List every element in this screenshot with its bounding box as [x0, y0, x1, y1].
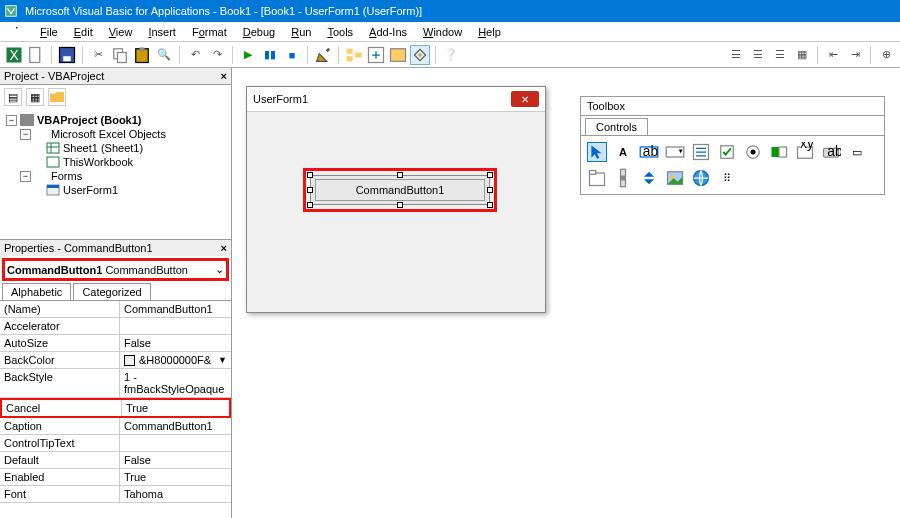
property-row[interactable]: BackColor&H8000000F&▼ [0, 352, 231, 369]
align-center-icon[interactable]: ☰ [748, 45, 768, 65]
menu-tools[interactable]: Tools [319, 23, 361, 41]
system-menu-icon[interactable] [8, 24, 26, 40]
property-row[interactable]: Accelerator [0, 318, 231, 335]
run-icon[interactable]: ▶ [238, 45, 258, 65]
menu-addins[interactable]: Add-Ins [361, 23, 415, 41]
resize-handle[interactable] [487, 172, 493, 178]
view-object-icon[interactable]: ▦ [26, 88, 44, 106]
listbox-tool-icon[interactable] [691, 142, 711, 162]
toolbox-header[interactable]: Toolbox [581, 97, 884, 116]
menu-view[interactable]: View [101, 23, 141, 41]
collapse-icon[interactable]: − [6, 115, 17, 126]
group-icon[interactable]: ▦ [792, 45, 812, 65]
property-row[interactable]: ControlTipText [0, 435, 231, 452]
align-right-icon[interactable]: ☰ [770, 45, 790, 65]
command-button-control[interactable]: CommandButton1 [310, 175, 490, 205]
object-browser-icon[interactable] [388, 45, 408, 65]
pointer-tool-icon[interactable] [587, 142, 607, 162]
redo-icon[interactable]: ↷ [207, 45, 227, 65]
outdent-icon[interactable]: ⇥ [845, 45, 865, 65]
project-toolbar: ▤ ▦ [0, 85, 231, 109]
optionbutton-tool-icon[interactable] [743, 142, 763, 162]
view-excel-icon[interactable]: X [4, 45, 24, 65]
copy-icon[interactable] [110, 45, 130, 65]
form-body[interactable]: CommandButton1 [247, 112, 545, 312]
object-selector[interactable]: CommandButton1 CommandButton ⌄ [2, 258, 229, 281]
undo-icon[interactable]: ↶ [185, 45, 205, 65]
menu-debug[interactable]: Debug [235, 23, 283, 41]
project-close-icon[interactable]: × [221, 70, 227, 82]
menu-run[interactable]: Run [283, 23, 319, 41]
menu-help[interactable]: Help [470, 23, 509, 41]
label-tool-icon[interactable]: A [613, 142, 633, 162]
resize-handle[interactable] [487, 187, 493, 193]
property-row[interactable]: AutoSizeFalse [0, 335, 231, 352]
property-row[interactable]: FontTahoma [0, 486, 231, 503]
form-close-icon[interactable]: ✕ [511, 91, 539, 107]
resize-handle[interactable] [307, 202, 313, 208]
togglebutton-tool-icon[interactable] [769, 142, 789, 162]
menu-window[interactable]: Window [415, 23, 470, 41]
project-tree[interactable]: − VBAProject (Book1) − Microsoft Excel O… [0, 109, 231, 239]
break-icon[interactable]: ▮▮ [260, 45, 280, 65]
textbox-tool-icon[interactable]: ab [639, 142, 659, 162]
userform-designer[interactable]: UserForm1 ✕ CommandButton1 [246, 86, 546, 313]
resize-handle[interactable] [307, 172, 313, 178]
toolbox-tab-controls[interactable]: Controls [585, 118, 648, 135]
reset-icon[interactable]: ■ [282, 45, 302, 65]
zoom-icon[interactable]: ⊕ [876, 45, 896, 65]
combobox-tool-icon[interactable] [665, 142, 685, 162]
properties-window-icon[interactable] [366, 45, 386, 65]
align-left-icon[interactable]: ☰ [726, 45, 746, 65]
checkbox-tool-icon[interactable] [717, 142, 737, 162]
property-grid[interactable]: (Name)CommandButton1AcceleratorAutoSizeF… [0, 301, 231, 518]
folder-toggle-icon[interactable] [48, 88, 66, 106]
resize-handle[interactable] [307, 187, 313, 193]
commandbutton-tool-icon[interactable]: ab [821, 142, 841, 162]
paste-icon[interactable] [132, 45, 152, 65]
resize-handle[interactable] [397, 202, 403, 208]
menu-edit[interactable]: Edit [66, 23, 101, 41]
more-tools-icon[interactable]: ⠿ [717, 168, 737, 188]
indent-icon[interactable]: ⇤ [823, 45, 843, 65]
design-mode-icon[interactable] [313, 45, 333, 65]
collapse-icon[interactable]: − [20, 171, 31, 182]
cut-icon[interactable]: ✂ [88, 45, 108, 65]
menu-insert[interactable]: Insert [140, 23, 184, 41]
tabstrip-tool-icon[interactable]: ▭ [847, 142, 867, 162]
image-tool-icon[interactable] [665, 168, 685, 188]
toolbox-window[interactable]: Toolbox Controls A ab xy ab ▭ ⠿ [580, 96, 885, 195]
save-icon[interactable] [57, 45, 77, 65]
dropdown-icon[interactable]: ⌄ [215, 263, 224, 276]
property-row[interactable]: EnabledTrue [0, 469, 231, 486]
resize-handle[interactable] [397, 172, 403, 178]
help-icon[interactable]: ❔ [441, 45, 461, 65]
spinbutton-tool-icon[interactable] [639, 168, 659, 188]
multipage-tool-icon[interactable] [587, 168, 607, 188]
project-explorer-icon[interactable] [344, 45, 364, 65]
tab-categorized[interactable]: Categorized [73, 283, 150, 300]
scrollbar-tool-icon[interactable] [613, 168, 633, 188]
menu-file[interactable]: File [32, 23, 66, 41]
resize-handle[interactable] [487, 202, 493, 208]
frame-tool-icon[interactable]: xy [795, 142, 815, 162]
folder-icon [34, 128, 48, 140]
property-row[interactable]: BackStyle1 - fmBackStyleOpaque [0, 369, 231, 398]
find-icon[interactable]: 🔍 [154, 45, 174, 65]
property-row[interactable]: DefaultFalse [0, 452, 231, 469]
svg-rect-12 [347, 56, 353, 61]
property-row[interactable]: CancelTrue [0, 398, 231, 418]
collapse-icon[interactable]: − [20, 129, 31, 140]
refedit-tool-icon[interactable] [691, 168, 711, 188]
tree-root[interactable]: − VBAProject (Book1) [6, 113, 225, 127]
project-pane-header: Project - VBAProject × [0, 68, 231, 85]
form-titlebar[interactable]: UserForm1 ✕ [247, 87, 545, 112]
menu-format[interactable]: Format [184, 23, 235, 41]
properties-close-icon[interactable]: × [221, 242, 227, 254]
insert-module-icon[interactable] [26, 45, 46, 65]
property-row[interactable]: CaptionCommandButton1 [0, 418, 231, 435]
view-code-icon[interactable]: ▤ [4, 88, 22, 106]
property-row[interactable]: (Name)CommandButton1 [0, 301, 231, 318]
toolbox-icon[interactable] [410, 45, 430, 65]
tab-alphabetic[interactable]: Alphabetic [2, 283, 71, 300]
